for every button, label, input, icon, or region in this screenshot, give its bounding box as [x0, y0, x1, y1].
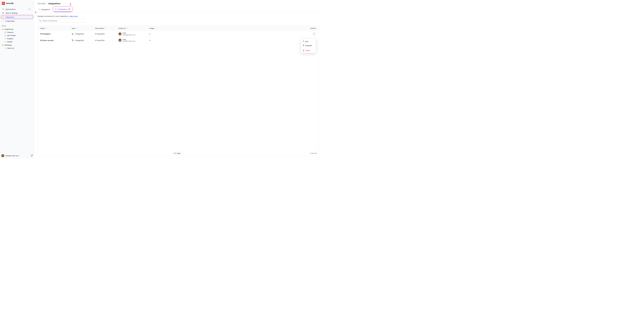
- tab-count-badge: 2: [68, 8, 71, 10]
- nav-team-settings[interactable]: ⚙ Team & Settings: [1, 11, 33, 15]
- tab-label: Integrations: [41, 8, 50, 10]
- workspace-chevron-down-icon[interactable]: ⌄: [15, 3, 16, 4]
- col-actions: Actions: [310, 27, 316, 29]
- avatar: US: [118, 39, 122, 42]
- bell-icon[interactable]: [31, 155, 33, 157]
- cell-type: PostgreSQL: [75, 39, 84, 41]
- table-user-details[interactable]: ◫ User Details: [1, 34, 33, 37]
- cell-date: 07 Aug 2024: [95, 33, 118, 35]
- nav-integrations[interactable]: ⚡ Integrations: [1, 15, 33, 19]
- menu-label: Delete: [306, 50, 310, 52]
- search-box[interactable]: 🔍: [38, 19, 86, 23]
- menu-label: Duplicate: [305, 44, 312, 46]
- col-usage[interactable]: Usage: [149, 27, 154, 29]
- tree-label: Client List: [7, 48, 14, 49]
- db-icon: ◫: [4, 41, 6, 43]
- sort-icon[interactable]: ⇅: [105, 27, 106, 29]
- nav-label: Quick Actions: [5, 8, 16, 10]
- sort-icon[interactable]: ⇅: [126, 27, 128, 29]
- sidebar: NO NocoDB ⌄ « 1 🔍 Quick Actions ⌘ K ⚙ Te…: [0, 0, 34, 159]
- nav-label: Create Base: [5, 20, 15, 22]
- col-type[interactable]: Type: [72, 27, 75, 29]
- user-email: user@nocodb.com: [122, 40, 135, 42]
- cell-name: PG User records: [40, 39, 72, 41]
- page-size-select[interactable]: 25 / page ⌄: [172, 152, 184, 155]
- cell-type: PostgreSQL: [75, 33, 84, 35]
- breadcrumb-page: Integrations: [48, 2, 60, 5]
- col-added-by[interactable]: Added by: [118, 27, 126, 29]
- search-icon: 🔍: [39, 20, 41, 22]
- table-analytics[interactable]: ◫ Analytics: [1, 37, 33, 40]
- sort-icon[interactable]: ⇅: [46, 27, 47, 29]
- table-row[interactable]: PG Analytics 🐘PostgreSQL 07 Aug 2024 US …: [38, 31, 319, 37]
- connections-table: Name⇅ Type⇅ Date added⇅ Added by⇅ Usage⇅…: [38, 26, 319, 156]
- chevron-right-icon: ›: [46, 2, 47, 5]
- breadcrumb-root[interactable]: NocoDB: [38, 2, 46, 5]
- menu-separator: [301, 48, 316, 48]
- plug-icon: ⚡: [2, 16, 5, 19]
- cell-usage: 3: [149, 39, 164, 41]
- tree-label: Features: [7, 32, 14, 33]
- plug-icon: ⚡: [38, 8, 41, 11]
- db-icon: ◫: [4, 38, 6, 40]
- chevron-down-icon: ⌄: [182, 152, 183, 154]
- records-count: 2 records: [310, 152, 317, 154]
- base-icon: ◉: [2, 28, 4, 30]
- db-icon: ◫: [4, 48, 6, 49]
- footer-email[interactable]: user@nocodb.com: [5, 155, 18, 157]
- sort-icon[interactable]: ⇅: [155, 27, 156, 29]
- bases-header: Bases: [0, 24, 34, 28]
- avatar: US: [118, 33, 122, 35]
- cell-usage: 1: [149, 33, 164, 35]
- user-email: user@nocodb.com: [122, 34, 135, 36]
- tab-connections[interactable]: Connections 2: [54, 7, 71, 12]
- user-name: User: [122, 39, 135, 40]
- db-icon: ◫: [4, 35, 6, 37]
- tree-label: Analytics: [7, 38, 14, 40]
- trash-icon: 🗑: [303, 50, 304, 52]
- nav-quick-actions[interactable]: 🔍 Quick Actions ⌘ K: [1, 7, 33, 11]
- row-actions-button[interactable]: ⋮: [312, 32, 316, 36]
- search-input[interactable]: [42, 20, 84, 22]
- app-name[interactable]: NocoDB: [6, 2, 14, 5]
- tree-label: Engineering: [5, 28, 14, 30]
- cell-name: PG Analytics: [40, 33, 72, 35]
- chevron-up-icon[interactable]: ⌃: [20, 155, 21, 157]
- base-marketing[interactable]: ◉ Marketing: [1, 44, 33, 47]
- nav-label: Integrations: [6, 16, 14, 18]
- table-sample[interactable]: ◫ Sample: [1, 40, 33, 44]
- plus-icon: ＋: [2, 20, 4, 22]
- tab-integrations[interactable]: ⚡ Integrations: [38, 7, 51, 13]
- view-features[interactable]: ☰ Features: [1, 31, 33, 34]
- table-client-list[interactable]: ◫ Client List: [1, 47, 33, 50]
- menu-delete[interactable]: 🗑 Delete: [301, 48, 316, 52]
- table-row[interactable]: PG User records 🐘PostgreSQL 07 Aug 2024 …: [38, 37, 319, 44]
- app-logo: NO: [2, 2, 5, 5]
- base-engineering[interactable]: ◉ Engineering: [1, 28, 33, 31]
- learn-more-link[interactable]: Learn more: [69, 15, 78, 17]
- cell-date: 07 Aug 2024: [95, 39, 118, 41]
- copy-icon: ⧉: [303, 44, 304, 46]
- nav-label: Team & Settings: [5, 12, 18, 14]
- link-icon: [55, 8, 57, 10]
- search-icon: 🔍: [2, 8, 4, 10]
- postgres-icon: 🐘: [72, 33, 74, 35]
- avatar[interactable]: US: [1, 154, 4, 157]
- tab-label: Connections: [58, 8, 67, 10]
- row-context-menu: ✎ Edit ⧉ Duplicate 🗑 Delete: [301, 39, 316, 53]
- description: Manage connections for your integrations…: [38, 15, 319, 17]
- svg-point-1: [56, 9, 56, 9]
- page-size-label: 25 / page: [174, 152, 180, 154]
- col-date[interactable]: Date added: [95, 27, 104, 29]
- gear-icon: ⚙: [2, 12, 4, 14]
- main: NocoDB › Integrations ⚡ Integrations 2 C…: [34, 0, 322, 159]
- menu-label: Edit: [305, 40, 308, 42]
- col-name[interactable]: Name: [40, 27, 45, 29]
- breadcrumb: NocoDB › Integrations: [34, 0, 322, 5]
- nav-create-base[interactable]: ＋ Create Base: [1, 19, 33, 23]
- sort-icon[interactable]: ⇅: [76, 27, 77, 29]
- layers-icon: ☰: [4, 32, 6, 33]
- menu-duplicate[interactable]: ⧉ Duplicate: [301, 44, 316, 48]
- menu-edit[interactable]: ✎ Edit: [301, 39, 316, 44]
- collapse-sidebar-icon[interactable]: «: [32, 2, 33, 4]
